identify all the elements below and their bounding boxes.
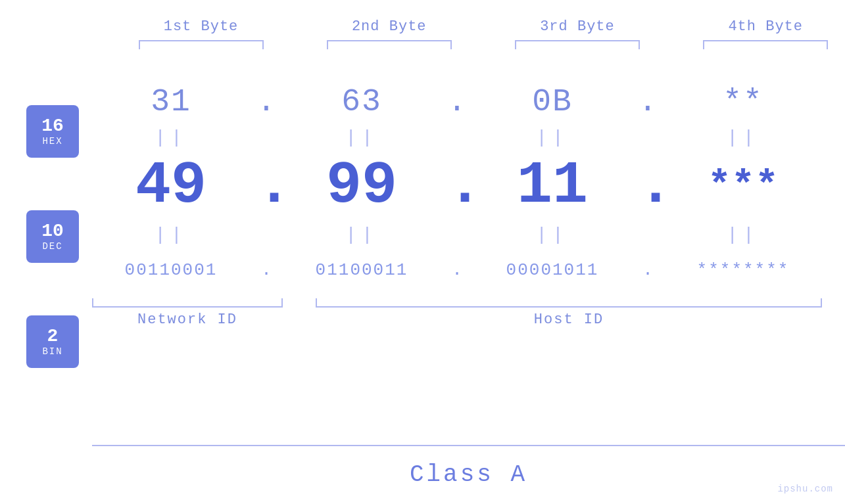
eq2-sign-2: || — [283, 225, 441, 245]
data-rows: 31 . 63 . 0B . ** || — [92, 66, 822, 328]
hex-row: 31 . 63 . 0B . ** — [92, 79, 822, 125]
hex-badge-label: HEX — [42, 136, 62, 147]
eq1-b2: || — [283, 127, 441, 148]
bin-dot-sep-2: . — [447, 260, 467, 280]
equals-row-1: || || || || — [92, 125, 822, 150]
bin-b2: 01100011 — [283, 260, 441, 280]
bracket-top-1 — [139, 40, 264, 49]
byte-col-1: 1st Byte — [122, 18, 281, 49]
watermark-text: ipshu.com — [777, 484, 833, 494]
hex-b4: ** — [664, 84, 822, 120]
eq2-sign-4: || — [664, 225, 822, 245]
hex-b3: 0B — [473, 84, 631, 120]
dec-dot-3: . — [631, 152, 664, 219]
bin-dot-sep-3: . — [638, 260, 658, 280]
host-id-label: Host ID — [534, 311, 604, 328]
id-section: Network ID Host ID — [92, 298, 822, 328]
dec-b2: 99 — [283, 152, 441, 219]
hex-b1: 31 — [92, 84, 250, 120]
bracket-top-3 — [515, 40, 640, 49]
byte1-label: 1st Byte — [164, 18, 239, 35]
dec-badge-num: 10 — [41, 221, 64, 242]
eq2-b2: || — [283, 225, 441, 245]
class-bracket-line — [92, 445, 845, 446]
eq2-b4: || — [664, 225, 822, 245]
bin-dot-sep-1: . — [256, 260, 276, 280]
hex-badge-num: 16 — [41, 116, 64, 137]
bin-b3: 00001011 — [473, 260, 631, 280]
eq1-b1: || — [92, 127, 250, 148]
dec-badge: 10 DEC — [26, 210, 79, 263]
byte4-label: 4th Byte — [728, 18, 803, 35]
hex-b2: 63 — [283, 84, 441, 120]
dec-value-2: 99 — [326, 152, 397, 219]
class-section: Class A — [92, 445, 845, 504]
hex-dot-3: . — [631, 84, 664, 120]
badges-column: 16 HEX 10 DEC 2 BIN — [26, 79, 79, 394]
bracket-host — [316, 298, 822, 308]
class-label-container: Class A — [92, 445, 845, 504]
hex-dot-sep-1: . — [256, 84, 276, 120]
bin-b1: 00110001 — [92, 260, 250, 280]
byte3-label: 3rd Byte — [540, 18, 615, 35]
bin-badge-num: 2 — [47, 327, 59, 347]
hex-value-2: 63 — [341, 84, 382, 120]
bin-dot-3: . — [631, 260, 664, 280]
bin-row: 00110001 . 01100011 . 00001011 . *******… — [92, 247, 822, 293]
hex-dot-sep-2: . — [447, 84, 467, 120]
bin-value-1: 00110001 — [125, 260, 218, 280]
bin-badge: 2 BIN — [26, 315, 79, 368]
byte2-label: 2nd Byte — [352, 18, 427, 35]
eq1-sign-1: || — [92, 127, 250, 148]
bracket-network — [92, 298, 283, 308]
bin-badge-label: BIN — [42, 346, 62, 357]
hex-dot-sep-3: . — [638, 84, 658, 120]
eq1-sign-3: || — [473, 127, 631, 148]
dec-value-4: *** — [708, 164, 779, 208]
host-id-label-container: Host ID — [316, 311, 822, 328]
bin-dot-2: . — [441, 260, 473, 280]
byte-headers: 1st Byte 2nd Byte 3rd Byte 4th Byte — [0, 18, 845, 49]
dec-dot-sep-3: . — [638, 152, 658, 219]
eq2-sign-1: || — [92, 225, 250, 245]
byte-col-3: 3rd Byte — [498, 18, 657, 49]
bin-b4: ******** — [664, 260, 822, 280]
byte-col-4: 4th Byte — [686, 18, 845, 49]
network-id-label: Network ID — [137, 311, 237, 328]
eq1-b3: || — [473, 127, 631, 148]
byte-col-2: 2nd Byte — [310, 18, 469, 49]
dec-dot-sep-1: . — [256, 152, 276, 219]
class-label: Class A — [410, 461, 527, 488]
eq2-b1: || — [92, 225, 250, 245]
bin-dot-1: . — [250, 260, 283, 280]
dec-b4: *** — [664, 164, 822, 208]
watermark: ipshu.com — [777, 483, 833, 495]
dec-value-1: 49 — [135, 152, 206, 219]
hex-badge: 16 HEX — [26, 105, 79, 158]
dec-badge-label: DEC — [42, 241, 62, 252]
eq1-sign-2: || — [283, 127, 441, 148]
bracket-top-4 — [703, 40, 828, 49]
hex-value-3: 0B — [532, 84, 573, 120]
equals-row-2: || || || || — [92, 222, 822, 247]
dec-row: 49 . 99 . 11 . *** — [92, 150, 822, 222]
dec-dot-1: . — [250, 152, 283, 219]
bin-value-4: ******** — [697, 260, 790, 280]
id-labels: Network ID Host ID — [92, 311, 822, 328]
eq2-sign-3: || — [473, 225, 631, 245]
dec-b3: 11 — [473, 152, 631, 219]
hex-value-1: 31 — [151, 84, 191, 120]
hex-dot-2: . — [441, 84, 473, 120]
hex-dot-1: . — [250, 84, 283, 120]
dec-dot-2: . — [441, 152, 473, 219]
bin-value-2: 01100011 — [316, 260, 408, 280]
dec-dot-sep-2: . — [447, 152, 467, 219]
bottom-brackets — [92, 298, 822, 308]
eq1-b4: || — [664, 127, 822, 148]
hex-value-4: ** — [723, 84, 763, 120]
network-id-label-container: Network ID — [92, 311, 283, 328]
bin-value-3: 00001011 — [506, 260, 599, 280]
main-container: 1st Byte 2nd Byte 3rd Byte 4th Byte 16 H… — [0, 0, 845, 504]
dec-b1: 49 — [92, 152, 250, 219]
bracket-top-2 — [327, 40, 452, 49]
